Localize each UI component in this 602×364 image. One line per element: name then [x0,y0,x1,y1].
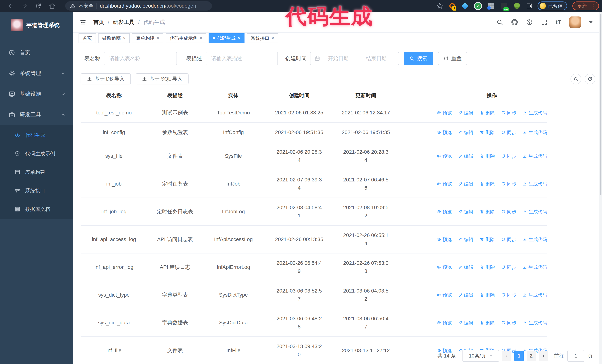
action-generate[interactable]: 生成代码 [523,263,547,271]
action-generate[interactable]: 生成代码 [523,128,547,136]
action-delete[interactable]: 删除 [480,319,495,327]
action-edit[interactable]: 编辑 [458,180,473,188]
action-preview[interactable]: 预览 [437,152,452,160]
table-desc-input[interactable] [206,52,278,65]
action-generate[interactable]: 生成代码 [523,208,547,216]
action-sync[interactable]: 同步 [501,235,516,243]
action-preview[interactable]: 预览 [437,180,452,188]
action-preview[interactable]: 预览 [437,128,452,136]
action-edit[interactable]: 编辑 [458,263,473,271]
sidebar-item-system[interactable]: 系统管理 [0,63,73,84]
tab-codegen[interactable]: 代码生成× [209,33,245,43]
action-preview[interactable]: 预览 [437,263,452,271]
toggle-search-button[interactable] [570,74,581,84]
chevron-down-icon[interactable] [589,21,593,23]
page-goto-input[interactable] [567,350,584,362]
action-sync[interactable]: 同步 [501,208,516,216]
window-scrollbar[interactable] [599,12,602,364]
extension-loop-icon[interactable]: 1 [448,2,456,10]
action-preview[interactable]: 预览 [437,291,452,299]
extension-gem-icon[interactable] [461,2,469,10]
import-db-button[interactable]: 基于 DB 导入 [81,73,131,84]
extension-robot-icon[interactable] [513,2,521,10]
tab-tracer[interactable]: 链路追踪× [98,33,130,43]
reset-button[interactable]: 重置 [438,52,467,65]
tab-form-builder[interactable]: 表单构建× [132,33,163,43]
action-preview[interactable]: 预览 [437,319,452,327]
search-button[interactable]: 搜索 [404,52,433,65]
action-sync[interactable]: 同步 [501,291,516,299]
search-icon[interactable] [496,19,503,26]
tab-codegen-example[interactable]: 代码生成示例× [166,33,206,43]
close-icon[interactable]: × [238,36,240,41]
browser-menu-icon[interactable]: ⋮ [590,3,596,9]
extensions-puzzle-icon[interactable] [526,3,532,9]
action-delete[interactable]: 删除 [480,152,495,160]
sidebar-subitem-db-doc[interactable]: 数据库文档 [0,200,73,218]
action-delete[interactable]: 删除 [480,109,495,117]
action-sync[interactable]: 同步 [501,109,516,117]
action-sync[interactable]: 同步 [501,263,516,271]
action-edit[interactable]: 编辑 [458,291,473,299]
import-sql-button[interactable]: 基于 SQL 导入 [136,73,189,84]
sidebar-subitem-form-builder[interactable]: 表单构建 [0,163,73,181]
close-icon[interactable]: × [200,36,202,41]
action-generate[interactable]: 生成代码 [523,152,547,160]
action-edit[interactable]: 编辑 [458,128,473,136]
action-sync[interactable]: 同步 [501,180,516,188]
fullscreen-icon[interactable] [541,19,548,26]
page-size-select[interactable]: 10条/页 [462,350,499,362]
sidebar-item-infra[interactable]: 基础设施 [0,84,73,104]
table-name-input[interactable] [104,52,177,65]
chrome-update-button[interactable]: 更新 ⋮ [572,1,599,10]
action-delete[interactable]: 删除 [480,291,495,299]
page-button-2[interactable]: 2 [527,351,536,361]
action-edit[interactable]: 编辑 [458,319,473,327]
action-delete[interactable]: 删除 [480,180,495,188]
browser-reload-icon[interactable] [35,3,42,9]
action-preview[interactable]: 预览 [437,235,452,243]
action-generate[interactable]: 生成代码 [523,319,547,327]
refresh-table-button[interactable] [585,74,595,84]
action-edit[interactable]: 编辑 [458,109,473,117]
action-generate[interactable]: 生成代码 [523,109,547,117]
action-edit[interactable]: 编辑 [458,235,473,243]
action-sync[interactable]: 同步 [501,319,516,327]
extension-check-icon[interactable]: ✓ [474,2,482,10]
tab-home[interactable]: 首页 [78,33,96,43]
sidebar-subitem-codegen[interactable]: 代码生成 [0,126,73,145]
browser-forward-icon[interactable] [22,3,28,9]
action-sync[interactable]: 同步 [501,152,516,160]
breadcrumb-item[interactable]: 首页 [93,19,104,26]
close-icon[interactable]: × [123,36,126,41]
app-logo[interactable]: 芋道管理系统 [0,12,73,34]
sidebar-item-home[interactable]: 首页 [0,42,73,63]
breadcrumb-item[interactable]: 研发工具 [113,19,134,26]
prev-page-button[interactable]: ‹ [502,351,511,361]
extension-grid-icon[interactable] [487,2,495,10]
avatar[interactable] [570,16,581,28]
action-delete[interactable]: 删除 [480,208,495,216]
action-preview[interactable]: 预览 [437,109,452,117]
sidebar-subitem-codegen-example[interactable]: 代码生成示例 [0,145,73,163]
browser-back-icon[interactable] [8,3,14,9]
tab-api[interactable]: 系统接口× [247,33,278,43]
close-icon[interactable]: × [271,36,274,41]
translate-paused-badge[interactable]: 已暂停 [538,1,567,10]
github-icon[interactable] [511,19,518,26]
close-icon[interactable]: × [157,36,159,41]
create-time-range-picker[interactable]: 开始日期 - 结束日期 [310,52,399,65]
action-delete[interactable]: 删除 [480,235,495,243]
action-preview[interactable]: 预览 [437,208,452,216]
action-edit[interactable]: 编辑 [458,152,473,160]
scrollbar-thumb[interactable] [600,14,602,195]
extension-dark-icon[interactable]: on [500,2,508,10]
action-generate[interactable]: 生成代码 [523,291,547,299]
browser-address-bar[interactable]: 不安全 dashboard.yudao.iocoder.cn/tool/code… [65,1,212,10]
bookmark-star-icon[interactable] [436,3,443,9]
action-sync[interactable]: 同步 [501,128,516,136]
page-button-1[interactable]: 1 [514,351,524,361]
sidebar-item-devtools[interactable]: 研发工具 [0,104,73,125]
hamburger-icon[interactable] [79,19,87,26]
action-delete[interactable]: 删除 [480,263,495,271]
